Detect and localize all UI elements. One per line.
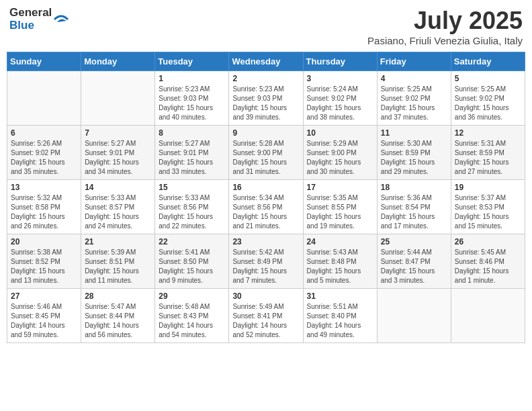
day-number: 31 [307, 291, 373, 301]
day-number: 4 [381, 74, 447, 83]
day-number: 6 [11, 128, 77, 138]
calendar-week-row: 13Sunrise: 5:32 AM Sunset: 8:58 PM Dayli… [7, 180, 525, 234]
day-info: Sunrise: 5:36 AM Sunset: 8:54 PM Dayligh… [381, 193, 447, 231]
calendar-cell: 20Sunrise: 5:38 AM Sunset: 8:52 PM Dayli… [7, 234, 81, 289]
logo: General Blue [9, 7, 69, 32]
day-info: Sunrise: 5:37 AM Sunset: 8:53 PM Dayligh… [455, 193, 521, 231]
weekday-header: Wednesday [229, 52, 303, 71]
day-info: Sunrise: 5:51 AM Sunset: 8:40 PM Dayligh… [307, 302, 373, 340]
calendar-cell: 4Sunrise: 5:25 AM Sunset: 9:02 PM Daylig… [377, 71, 451, 126]
calendar-cell: 30Sunrise: 5:49 AM Sunset: 8:41 PM Dayli… [229, 289, 303, 343]
month-title: July 2025 [367, 7, 523, 35]
day-info: Sunrise: 5:27 AM Sunset: 9:01 PM Dayligh… [85, 139, 151, 177]
day-number: 14 [85, 183, 151, 192]
day-number: 12 [455, 128, 521, 138]
calendar-cell: 2Sunrise: 5:23 AM Sunset: 9:03 PM Daylig… [229, 71, 303, 126]
day-info: Sunrise: 5:28 AM Sunset: 9:00 PM Dayligh… [232, 139, 299, 177]
calendar-cell [7, 71, 81, 126]
location: Pasiano, Friuli Venezia Giulia, Italy [367, 35, 523, 46]
weekday-header: Tuesday [155, 52, 229, 71]
day-number: 28 [85, 291, 151, 301]
weekday-header: Thursday [303, 52, 377, 71]
calendar-cell: 10Sunrise: 5:29 AM Sunset: 9:00 PM Dayli… [303, 126, 377, 180]
calendar-cell: 27Sunrise: 5:46 AM Sunset: 8:45 PM Dayli… [7, 289, 81, 343]
day-number: 13 [11, 183, 77, 192]
day-number: 20 [11, 237, 77, 246]
day-number: 1 [159, 74, 225, 83]
calendar-cell: 1Sunrise: 5:23 AM Sunset: 9:03 PM Daylig… [155, 71, 229, 126]
day-info: Sunrise: 5:26 AM Sunset: 9:02 PM Dayligh… [11, 139, 77, 177]
day-info: Sunrise: 5:44 AM Sunset: 8:47 PM Dayligh… [381, 248, 447, 285]
day-info: Sunrise: 5:32 AM Sunset: 8:58 PM Dayligh… [11, 193, 77, 231]
logo-blue: Blue [9, 19, 52, 32]
day-info: Sunrise: 5:25 AM Sunset: 9:02 PM Dayligh… [381, 85, 447, 122]
day-info: Sunrise: 5:48 AM Sunset: 8:43 PM Dayligh… [159, 302, 225, 340]
day-number: 25 [381, 237, 447, 246]
calendar-cell: 9Sunrise: 5:28 AM Sunset: 9:00 PM Daylig… [229, 126, 303, 180]
day-info: Sunrise: 5:41 AM Sunset: 8:50 PM Dayligh… [159, 248, 225, 285]
day-info: Sunrise: 5:24 AM Sunset: 9:02 PM Dayligh… [307, 85, 373, 122]
calendar-cell: 3Sunrise: 5:24 AM Sunset: 9:02 PM Daylig… [303, 71, 377, 126]
day-number: 2 [232, 74, 299, 83]
day-number: 5 [455, 74, 521, 83]
day-number: 10 [307, 128, 373, 138]
calendar-cell: 17Sunrise: 5:35 AM Sunset: 8:55 PM Dayli… [303, 180, 377, 234]
calendar-cell: 13Sunrise: 5:32 AM Sunset: 8:58 PM Dayli… [7, 180, 81, 234]
weekday-header: Sunday [7, 52, 81, 71]
title-block: July 2025 Pasiano, Friuli Venezia Giulia… [367, 7, 523, 46]
logo-icon [53, 11, 69, 28]
weekday-header: Friday [377, 52, 451, 71]
day-number: 16 [232, 183, 299, 192]
calendar-cell: 14Sunrise: 5:33 AM Sunset: 8:57 PM Dayli… [81, 180, 155, 234]
calendar-cell: 25Sunrise: 5:44 AM Sunset: 8:47 PM Dayli… [377, 234, 451, 289]
day-info: Sunrise: 5:23 AM Sunset: 9:03 PM Dayligh… [159, 85, 225, 122]
day-info: Sunrise: 5:43 AM Sunset: 8:48 PM Dayligh… [307, 248, 373, 285]
weekday-header: Monday [81, 52, 155, 71]
calendar-cell: 26Sunrise: 5:45 AM Sunset: 8:46 PM Dayli… [451, 234, 525, 289]
day-number: 29 [159, 291, 225, 301]
calendar-cell: 28Sunrise: 5:47 AM Sunset: 8:44 PM Dayli… [81, 289, 155, 343]
calendar-week-row: 20Sunrise: 5:38 AM Sunset: 8:52 PM Dayli… [7, 234, 525, 289]
calendar-cell [377, 289, 451, 343]
calendar-cell: 8Sunrise: 5:27 AM Sunset: 9:01 PM Daylig… [155, 126, 229, 180]
calendar-cell: 7Sunrise: 5:27 AM Sunset: 9:01 PM Daylig… [81, 126, 155, 180]
day-info: Sunrise: 5:38 AM Sunset: 8:52 PM Dayligh… [11, 248, 77, 285]
day-info: Sunrise: 5:33 AM Sunset: 8:57 PM Dayligh… [85, 193, 151, 231]
day-number: 21 [85, 237, 151, 246]
calendar-week-row: 6Sunrise: 5:26 AM Sunset: 9:02 PM Daylig… [7, 126, 525, 180]
day-number: 19 [455, 183, 521, 192]
day-info: Sunrise: 5:25 AM Sunset: 9:02 PM Dayligh… [455, 85, 521, 122]
calendar-cell: 31Sunrise: 5:51 AM Sunset: 8:40 PM Dayli… [303, 289, 377, 343]
calendar-cell: 29Sunrise: 5:48 AM Sunset: 8:43 PM Dayli… [155, 289, 229, 343]
calendar-cell: 19Sunrise: 5:37 AM Sunset: 8:53 PM Dayli… [451, 180, 525, 234]
day-info: Sunrise: 5:34 AM Sunset: 8:56 PM Dayligh… [232, 193, 299, 231]
day-info: Sunrise: 5:33 AM Sunset: 8:56 PM Dayligh… [159, 193, 225, 231]
calendar-cell: 22Sunrise: 5:41 AM Sunset: 8:50 PM Dayli… [155, 234, 229, 289]
day-number: 18 [381, 183, 447, 192]
day-number: 27 [11, 291, 77, 301]
day-info: Sunrise: 5:29 AM Sunset: 9:00 PM Dayligh… [307, 139, 373, 177]
calendar-cell: 18Sunrise: 5:36 AM Sunset: 8:54 PM Dayli… [377, 180, 451, 234]
calendar-header-row: SundayMondayTuesdayWednesdayThursdayFrid… [7, 52, 525, 71]
day-number: 30 [232, 291, 299, 301]
day-number: 9 [232, 128, 299, 138]
calendar-cell: 24Sunrise: 5:43 AM Sunset: 8:48 PM Dayli… [303, 234, 377, 289]
day-info: Sunrise: 5:47 AM Sunset: 8:44 PM Dayligh… [85, 302, 151, 340]
weekday-header: Saturday [451, 52, 525, 71]
calendar-cell: 23Sunrise: 5:42 AM Sunset: 8:49 PM Dayli… [229, 234, 303, 289]
logo-general: General [9, 7, 52, 19]
day-number: 8 [159, 128, 225, 138]
calendar-cell: 16Sunrise: 5:34 AM Sunset: 8:56 PM Dayli… [229, 180, 303, 234]
calendar-week-row: 1Sunrise: 5:23 AM Sunset: 9:03 PM Daylig… [7, 71, 525, 126]
page-header: General Blue July 2025 Pasiano, Friuli V… [7, 7, 525, 46]
day-number: 22 [159, 237, 225, 246]
day-info: Sunrise: 5:35 AM Sunset: 8:55 PM Dayligh… [307, 193, 373, 231]
day-info: Sunrise: 5:39 AM Sunset: 8:51 PM Dayligh… [85, 248, 151, 285]
day-info: Sunrise: 5:30 AM Sunset: 8:59 PM Dayligh… [381, 139, 447, 177]
day-number: 15 [159, 183, 225, 192]
calendar-cell: 15Sunrise: 5:33 AM Sunset: 8:56 PM Dayli… [155, 180, 229, 234]
calendar-cell [81, 71, 155, 126]
day-info: Sunrise: 5:45 AM Sunset: 8:46 PM Dayligh… [455, 248, 521, 285]
calendar-cell: 5Sunrise: 5:25 AM Sunset: 9:02 PM Daylig… [451, 71, 525, 126]
day-number: 26 [455, 237, 521, 246]
